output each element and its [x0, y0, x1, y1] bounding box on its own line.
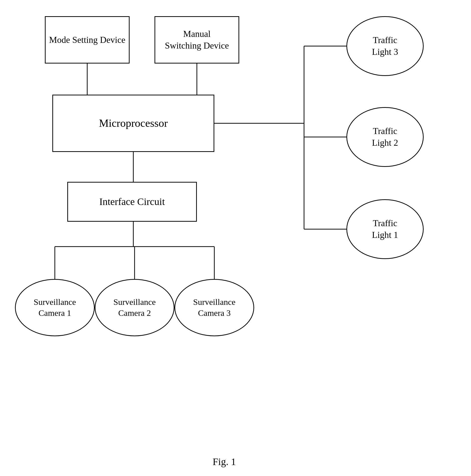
mode-setting-label: Mode Setting Device: [49, 34, 125, 46]
traffic-light-3-ellipse: TrafficLight 3: [346, 16, 424, 76]
microprocessor-label: Microprocessor: [99, 116, 168, 130]
microprocessor-box: Microprocessor: [52, 95, 214, 152]
fig-label-text: Fig. 1: [213, 456, 236, 467]
surveillance-camera-1-ellipse: SurveillanceCamera 1: [15, 279, 95, 336]
diagram: Mode Setting Device ManualSwitching Devi…: [0, 0, 471, 476]
traffic-light-1-label: TrafficLight 1: [372, 217, 398, 241]
manual-switching-label: ManualSwitching Device: [165, 28, 229, 52]
traffic-light-2-ellipse: TrafficLight 2: [346, 107, 424, 167]
manual-switching-device-box: ManualSwitching Device: [155, 16, 239, 64]
surveillance-camera-3-ellipse: SurveillanceCamera 3: [174, 279, 254, 336]
figure-label: Fig. 1: [199, 456, 249, 468]
mode-setting-device-box: Mode Setting Device: [45, 16, 130, 64]
traffic-light-1-ellipse: TrafficLight 1: [346, 199, 424, 259]
traffic-light-3-label: TrafficLight 3: [372, 34, 398, 58]
surveillance-camera-2-label: SurveillanceCamera 2: [113, 297, 156, 319]
interface-circuit-label: Interface Circuit: [99, 195, 165, 208]
traffic-light-2-label: TrafficLight 2: [372, 125, 398, 149]
surveillance-camera-1-label: SurveillanceCamera 1: [34, 297, 76, 319]
surveillance-camera-2-ellipse: SurveillanceCamera 2: [95, 279, 174, 336]
interface-circuit-box: Interface Circuit: [67, 182, 197, 222]
surveillance-camera-3-label: SurveillanceCamera 3: [193, 297, 236, 319]
